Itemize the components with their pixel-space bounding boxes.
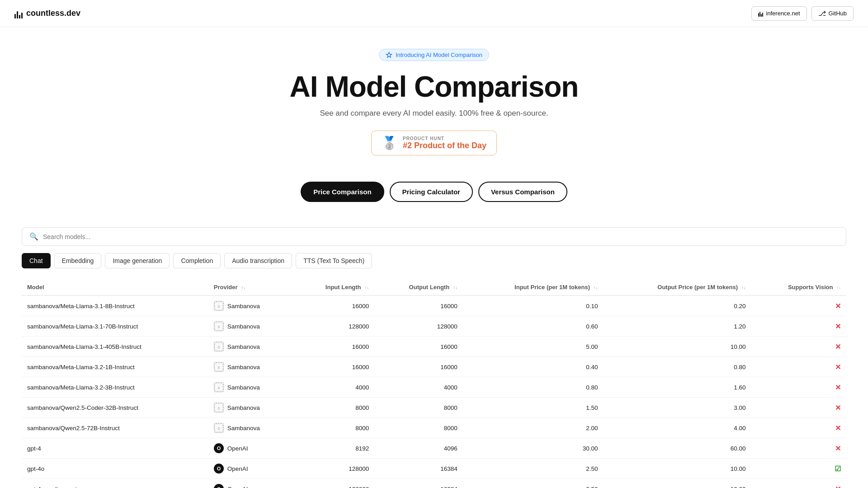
input-length-sort-icon[interactable]: ↑↓ [364,286,369,290]
cell-output-length-3: 16000 [374,357,463,377]
cell-model-3: sambanova/Meta-Llama-3.2-1B-Instruct [22,357,208,377]
svg-text:O: O [217,466,221,471]
pricing-calculator-button[interactable]: Pricing Calculator [390,182,473,202]
vision-false-icon: ✕ [835,363,841,371]
output-price-sort-icon[interactable]: ↑↓ [741,286,746,290]
cell-input-price-7: 30.00 [463,438,604,459]
cell-provider-7: OOpenAI [208,438,293,459]
cell-provider-4: SSambanova [208,377,293,398]
cell-output-length-1: 128000 [374,316,463,337]
vision-false-icon: ✕ [835,343,841,351]
cell-vision-8: ☑ [751,459,846,479]
sambanova-icon: S [214,301,224,311]
product-hunt-badge[interactable]: 🥈 PRODUCT HUNT #2 Product of the Day [371,131,497,155]
provider-sort-icon[interactable]: ↑↓ [241,286,245,290]
cell-vision-7: ✕ [751,438,846,459]
cell-input-length-9: 128000 [293,479,374,488]
vision-true-icon: ☑ [835,465,841,473]
svg-text:S: S [217,305,220,309]
filter-tab-completion[interactable]: Completion [173,253,221,268]
openai-logo-icon: O [214,484,224,488]
cell-output-price-3: 0.80 [604,357,751,377]
cell-model-2: sambanova/Meta-Llama-3.1-405B-Instruct [22,337,208,357]
intro-badge[interactable]: Introducing AI Model Comparison [379,49,489,61]
col-output-length: Output Length ↑↓ [374,279,463,296]
col-vision: Supports Vision ↑↓ [751,279,846,296]
vision-false-icon: ✕ [835,404,841,412]
cell-output-price-2: 10.00 [604,337,751,357]
cell-model-1: sambanova/Meta-Llama-3.1-70B-Instruct [22,316,208,337]
cell-model-7: gpt-4 [22,438,208,459]
badge-text: Introducing AI Model Comparison [396,52,482,58]
cell-output-length-0: 16000 [374,296,463,316]
cell-input-price-6: 2.00 [463,418,604,438]
provider-name-9: OpenAI [227,486,248,488]
site-name: countless.dev [26,9,80,18]
cell-vision-1: ✕ [751,316,846,337]
provider-name-2: Sambanova [227,343,260,350]
svg-text:S: S [217,366,220,370]
models-table: Model Provider ↑↓ Input Length ↑↓ Output… [22,279,846,488]
github-label: GitHub [829,10,847,17]
filter-tab-image-generation[interactable]: Image generation [105,253,170,268]
svg-text:S: S [217,427,220,431]
table-row: gpt-4o-audio-previewOOpenAI128000163842.… [22,479,846,488]
filter-tab-embedding[interactable]: Embedding [54,253,102,268]
provider-name-5: Sambanova [227,404,260,411]
site-logo[interactable]: countless.dev [14,9,80,19]
cell-output-price-1: 1.20 [604,316,751,337]
cell-model-6: sambanova/Qwen2.5-72B-Instruct [22,418,208,438]
filter-tab-chat[interactable]: Chat [22,253,51,268]
nav-buttons: inference.net ⎇ GitHub [751,6,854,21]
medal-icon: 🥈 [382,136,397,150]
cell-output-price-9: 10.00 [604,479,751,488]
cell-vision-6: ✕ [751,418,846,438]
table-row: sambanova/Qwen2.5-Coder-32B-InstructSSam… [22,398,846,418]
table-row: sambanova/Meta-Llama-3.1-70B-InstructSSa… [22,316,846,337]
cell-output-price-8: 10.00 [604,459,751,479]
svg-text:S: S [217,406,220,410]
output-length-sort-icon[interactable]: ↑↓ [453,286,458,290]
cell-provider-0: SSambanova [208,296,293,316]
cell-output-price-7: 60.00 [604,438,751,459]
cell-input-length-3: 16000 [293,357,374,377]
hero-subtitle: See and compare every AI model easily. 1… [9,109,859,118]
cell-provider-1: SSambanova [208,316,293,337]
openai-icon: O [214,484,224,488]
cell-output-length-8: 16384 [374,459,463,479]
cell-input-price-1: 0.60 [463,316,604,337]
ph-rank: #2 Product of the Day [403,141,486,150]
cell-input-price-2: 5.00 [463,337,604,357]
filter-tab-tts[interactable]: TTS (Text To Speech) [296,253,372,268]
search-bar: 🔍 [22,227,846,246]
cell-provider-5: SSambanova [208,398,293,418]
col-input-price: Input Price (per 1M tokens) ↑↓ [463,279,604,296]
provider-name-8: OpenAI [227,465,248,472]
cell-model-0: sambanova/Meta-Llama-3.1-8B-Instruct [22,296,208,316]
versus-comparison-button[interactable]: Versus Comparison [478,182,567,202]
table-row: sambanova/Qwen2.5-72B-InstructSSambanova… [22,418,846,438]
bar-chart-icon [758,10,763,17]
svg-text:O: O [217,446,221,451]
filter-tab-audio-transcription[interactable]: Audio transcription [224,253,292,268]
cell-vision-0: ✕ [751,296,846,316]
sambanova-icon: S [214,423,224,433]
vision-sort-icon[interactable]: ↑↓ [836,286,841,290]
cell-input-length-6: 8000 [293,418,374,438]
vision-false-icon: ✕ [835,302,841,310]
svg-text:S: S [217,386,220,390]
provider-name-1: Sambanova [227,323,260,330]
inference-button[interactable]: inference.net [751,6,807,21]
cell-model-5: sambanova/Qwen2.5-Coder-32B-Instruct [22,398,208,418]
cell-model-4: sambanova/Meta-Llama-3.2-3B-Instruct [22,377,208,398]
cell-input-price-5: 1.50 [463,398,604,418]
search-input[interactable] [43,233,839,240]
input-price-sort-icon[interactable]: ↑↓ [594,286,598,290]
cell-output-length-7: 4096 [374,438,463,459]
col-provider: Provider ↑↓ [208,279,293,296]
cell-input-length-1: 128000 [293,316,374,337]
github-button[interactable]: ⎇ GitHub [811,6,854,21]
ph-label: PRODUCT HUNT [403,136,486,141]
hero-title: AI Model Comparison [9,71,859,103]
price-comparison-button[interactable]: Price Comparison [301,182,384,202]
